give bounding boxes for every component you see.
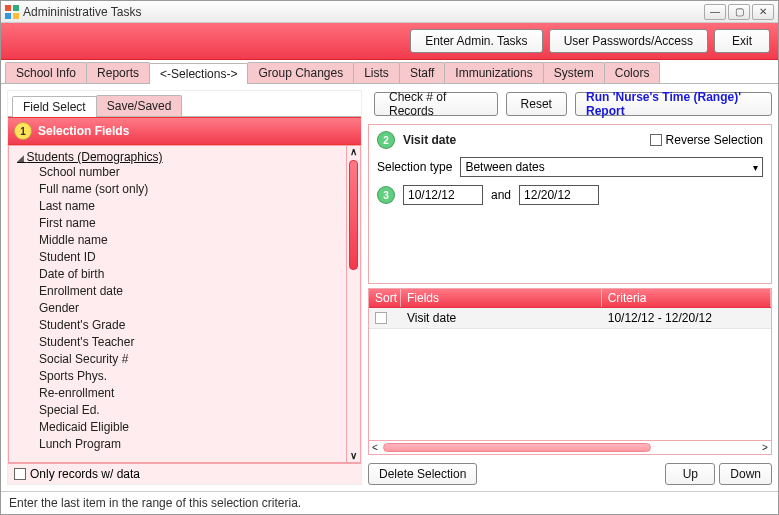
reverse-selection-label: Reverse Selection [666,133,763,147]
tree-item[interactable]: Enrollment date [17,283,338,300]
main-tab[interactable]: Lists [353,62,400,83]
tree-item[interactable]: Special Ed. [17,402,338,419]
right-panel: Check # of Records Reset Run 'Nurse's Ti… [368,90,772,485]
main-tab[interactable]: Group Changes [247,62,354,83]
selection-type-line: Selection type Between dates ▾ [377,157,763,177]
close-button[interactable]: ✕ [752,4,774,20]
svg-rect-1 [13,5,19,11]
titlebar: Admininistrative Tasks — ▢ ✕ [1,1,778,23]
svg-rect-0 [5,5,11,11]
scroll-up-icon[interactable]: ∧ [347,146,360,158]
sub-tab[interactable]: Field Select [12,96,97,117]
tree-item[interactable]: Re-enrollment [17,385,338,402]
main-tab[interactable]: Staff [399,62,445,83]
left-panel: Field SelectSave/Saved 1 Selection Field… [7,90,362,485]
step-2-badge: 2 [377,131,395,149]
sub-tabs: Field SelectSave/Saved [8,91,361,117]
only-records-row: Only records w/ data [8,463,361,484]
window-buttons: — ▢ ✕ [704,4,774,20]
run-report-button[interactable]: Run 'Nurse's Time (Range)' Report [575,92,772,116]
chevron-down-icon: ▾ [753,162,758,173]
tree-item[interactable]: Student's Grade [17,317,338,334]
tree-scrollbar[interactable]: ∧ ∨ [346,146,360,462]
svg-rect-2 [5,13,11,19]
top-toolbar: Enter Admin. Tasks User Passwords/Access… [1,23,778,60]
step-3-line: 3 10/12/12 and 12/20/12 [377,185,763,205]
col-criteria[interactable]: Criteria [602,289,771,307]
tree-group-students[interactable]: Students (Demographics) [17,150,338,164]
step-3-badge: 3 [377,186,395,204]
tree-item[interactable]: Social Security # [17,351,338,368]
tree-item[interactable]: Student's Teacher [17,334,338,351]
tree-item[interactable]: Gender [17,300,338,317]
main-tabs: School InfoReports<-Selections->Group Ch… [1,60,778,84]
main-tab[interactable]: School Info [5,62,87,83]
minimize-button[interactable]: — [704,4,726,20]
selection-type-label: Selection type [377,160,452,174]
main-tab[interactable]: System [543,62,605,83]
step-1-badge: 1 [14,122,32,140]
svg-rect-3 [13,13,19,19]
step-2-line: 2 Visit date Reverse Selection [377,131,763,149]
criteria-form: 2 Visit date Reverse Selection Selection… [368,124,772,284]
main-tab[interactable]: Immunizations [444,62,543,83]
delete-selection-button[interactable]: Delete Selection [368,463,477,485]
selection-type-combo[interactable]: Between dates ▾ [460,157,763,177]
status-bar: Enter the last item in the range of this… [1,491,778,514]
tree-item[interactable]: Sports Phys. [17,368,338,385]
tree-item[interactable]: Full name (sort only) [17,181,338,198]
scroll-down-icon[interactable]: ∨ [347,450,360,462]
selected-field-label: Visit date [403,133,456,147]
field-tree: Students (Demographics) School numberFul… [8,145,361,463]
tree-item[interactable]: Medicaid Eligible [17,419,338,436]
selection-fields-header: 1 Selection Fields [8,117,361,145]
reverse-selection-checkbox[interactable] [650,134,662,146]
reverse-selection: Reverse Selection [650,133,763,147]
hscroll-right-icon[interactable]: > [759,441,771,454]
enter-admin-tasks-button[interactable]: Enter Admin. Tasks [410,29,543,53]
tree-item[interactable]: Lunch Program [17,436,338,453]
user-passwords-button[interactable]: User Passwords/Access [549,29,708,53]
tree-item[interactable]: Last name [17,198,338,215]
criteria-hscrollbar[interactable]: < > [369,440,771,454]
row-sort-checkbox[interactable] [375,312,387,324]
tree-item[interactable]: First name [17,215,338,232]
maximize-button[interactable]: ▢ [728,4,750,20]
action-buttons-row: Check # of Records Reset Run 'Nurse's Ti… [368,90,772,120]
scroll-thumb[interactable] [349,160,358,270]
sub-tab[interactable]: Save/Saved [96,95,183,116]
criteria-grid-header: Sort Fields Criteria [369,289,771,308]
tree-item[interactable]: School number [17,164,338,181]
app-window: Admininistrative Tasks — ▢ ✕ Enter Admin… [0,0,779,515]
col-sort[interactable]: Sort [369,289,401,307]
up-button[interactable]: Up [665,463,715,485]
window-title: Admininistrative Tasks [23,5,704,19]
date-from-input[interactable]: 10/12/12 [403,185,483,205]
criteria-grid-body: Visit date10/12/12 - 12/20/12 [369,308,771,440]
row-field-cell: Visit date [401,308,602,328]
exit-button[interactable]: Exit [714,29,770,53]
criteria-grid: Sort Fields Criteria Visit date10/12/12 … [368,288,772,455]
col-fields[interactable]: Fields [401,289,602,307]
hscroll-left-icon[interactable]: < [369,441,381,454]
criteria-bottom-buttons: Delete Selection Up Down [368,459,772,485]
app-icon [5,5,19,19]
down-button[interactable]: Down [719,463,772,485]
and-label: and [491,188,511,202]
main-tab[interactable]: Colors [604,62,661,83]
main-tab[interactable]: <-Selections-> [149,63,248,84]
main-tab[interactable]: Reports [86,62,150,83]
date-to-input[interactable]: 12/20/12 [519,185,599,205]
row-sort-cell [369,308,401,328]
field-tree-list[interactable]: Students (Demographics) School numberFul… [9,146,346,462]
only-records-label: Only records w/ data [30,467,140,481]
only-records-checkbox[interactable] [14,468,26,480]
reset-button[interactable]: Reset [506,92,567,116]
tree-item[interactable]: Date of birth [17,266,338,283]
tree-item[interactable]: Middle name [17,232,338,249]
hscroll-thumb[interactable] [383,443,651,452]
selection-fields-title: Selection Fields [38,124,129,138]
check-records-button[interactable]: Check # of Records [374,92,498,116]
tree-item[interactable]: Student ID [17,249,338,266]
table-row[interactable]: Visit date10/12/12 - 12/20/12 [369,308,771,329]
